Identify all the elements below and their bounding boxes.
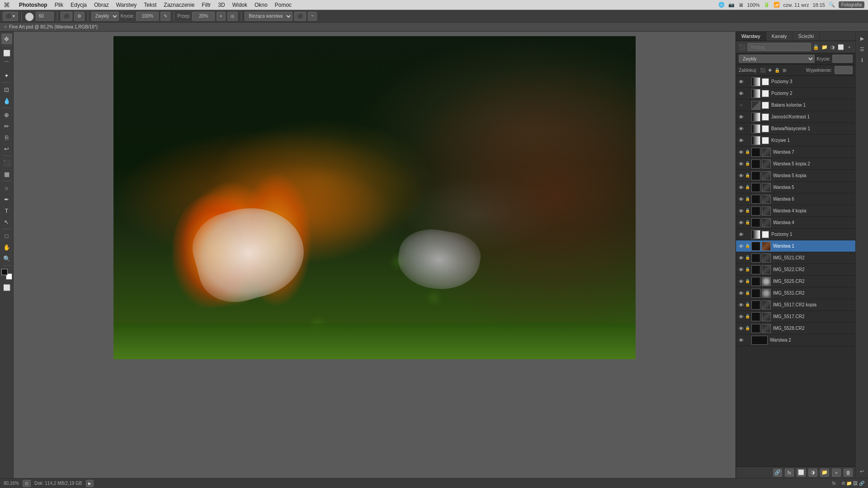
menu-tekst[interactable]: Tekst	[140, 1, 160, 9]
color-swatches[interactable]	[1, 269, 12, 280]
tool-dodge[interactable]: ○	[1, 183, 12, 193]
layer-list[interactable]: 👁 Poziomy 3 👁 Poziomy 2 👁	[736, 76, 855, 466]
layer-row-img5521[interactable]: 👁 🔒 IMG_5521.CR2	[736, 252, 855, 264]
tool-crop[interactable]: ⊡	[1, 84, 12, 95]
delete-layer-btn[interactable]: 🗑	[844, 469, 853, 477]
layer-row-krzywe[interactable]: 👁 Krzywe 1	[736, 135, 855, 146]
smooth-btn[interactable]: ~	[308, 12, 317, 21]
layer-vis-23[interactable]: 👁	[738, 337, 744, 343]
tool-move[interactable]: ✥	[1, 33, 12, 44]
layer-vis-13[interactable]: 👁	[738, 220, 744, 226]
menu-filtr[interactable]: Filtr	[198, 1, 214, 9]
layer-vis-1[interactable]: 👁	[738, 79, 744, 85]
lock-pixels-icon[interactable]: ⬛	[760, 68, 765, 73]
lock-all-icon[interactable]: 🔒	[774, 68, 780, 73]
tool-lasso[interactable]: ⌒	[1, 59, 12, 70]
airbrush-btn[interactable]: ◎	[227, 12, 238, 21]
przep-btn[interactable]: ⌖	[217, 12, 226, 21]
layer-row-balans[interactable]: 👁 Balans kolorów 1	[736, 99, 855, 111]
layer-vis-8[interactable]: 👁	[738, 161, 744, 167]
layer-vis-14[interactable]: 👁	[738, 231, 744, 238]
fill-value-input[interactable]: 100%	[835, 66, 853, 74]
tool-eraser[interactable]: ⬛	[1, 157, 12, 168]
layer-row-warstwa7[interactable]: 👁 🔒 Warstwa 7	[736, 146, 855, 158]
tool-pen[interactable]: ✒	[1, 194, 12, 205]
layer-vis-20[interactable]: 👁	[738, 302, 744, 308]
layer-row-poziomy3[interactable]: 👁 Poziomy 3	[736, 76, 855, 88]
layer-row-img5528[interactable]: 👁 🔒 IMG_5528.CR2	[736, 323, 855, 334]
new-group-layer-btn[interactable]: 📁	[820, 469, 829, 477]
layer-row-img5517kopia[interactable]: 👁 🔒 IMG_5517.CR2 kopia	[736, 299, 855, 311]
mode-select[interactable]: Zwykły	[91, 12, 119, 21]
new-layer-btn[interactable]: +	[832, 469, 841, 477]
brush-preset-btn[interactable]: ⬛	[61, 12, 72, 21]
layer-row-warstwa4[interactable]: 👁 🔒 Warstwa 4	[736, 217, 855, 229]
layer-vis-21[interactable]: 👁	[738, 314, 744, 320]
layer-row-poziomy1[interactable]: 👁 Poziomy 1	[736, 229, 855, 240]
menu-warstwy[interactable]: Warstwy	[113, 1, 141, 9]
menu-3d[interactable]: 3D	[214, 1, 228, 9]
menu-okno[interactable]: Okno	[251, 1, 271, 9]
tool-hand[interactable]: ✋	[1, 242, 12, 253]
link-btn[interactable]: 🔗	[773, 469, 782, 477]
layer-row-warstwa5[interactable]: 👁 🔒 Warstwa 5	[736, 182, 855, 193]
layer-vis-3[interactable]: 👁	[738, 102, 744, 108]
przep-input[interactable]: 20%	[192, 12, 215, 21]
layer-vis-10[interactable]: 👁	[738, 184, 744, 191]
search-layers-input[interactable]	[747, 43, 811, 51]
layer-vis-6[interactable]: 👁	[738, 137, 744, 144]
tool-zoom[interactable]: 🔍	[1, 253, 12, 264]
new-adjustment-layer-btn[interactable]: ◑	[808, 469, 817, 477]
layer-row-img5522[interactable]: 👁 🔒 IMG_5522.CR2	[736, 264, 855, 276]
tool-wand[interactable]: ✦	[1, 70, 12, 81]
layer-vis-18[interactable]: 👁	[738, 278, 744, 285]
photo-mode-label[interactable]: Fotografia	[839, 1, 864, 8]
layer-vis-4[interactable]: 👁	[738, 114, 744, 120]
tab-warstwy[interactable]: Warstwy	[736, 32, 766, 41]
tab-sciezki[interactable]: Ścieżki	[793, 32, 820, 41]
history-btn[interactable]: ↩	[857, 466, 867, 476]
layer-row-img5525[interactable]: 👁 🔒 IMG_5525.CR2	[736, 276, 855, 287]
biezaca-select[interactable]: Bieżąca warstwa	[245, 12, 292, 21]
layer-row-img5517[interactable]: 👁 🔒 IMG_5517.CR2	[736, 311, 855, 323]
new-group-btn[interactable]: 📁	[821, 43, 827, 51]
layer-row-poziomy2[interactable]: 👁 Poziomy 2	[736, 88, 855, 99]
brush-size-input[interactable]	[36, 12, 54, 21]
krycie-pressure-btn[interactable]: ✎	[160, 12, 170, 21]
layer-row-warstwa5kopia[interactable]: 👁 🔒 Warstwa 5 kopia	[736, 170, 855, 182]
krycie-input[interactable]: 100%	[136, 12, 159, 21]
menu-obraz[interactable]: Obraz	[90, 1, 113, 9]
layer-vis-17[interactable]: 👁	[738, 267, 744, 273]
tool-options-btn[interactable]: ⬛ ▾	[3, 12, 18, 21]
doc-close-btn[interactable]: ✕	[4, 24, 7, 29]
menu-pomoc[interactable]: Pomoc	[271, 1, 295, 9]
tab-kanaly[interactable]: Kanały	[766, 32, 793, 41]
new-fill-btn[interactable]: +	[846, 43, 853, 51]
layer-vis-16[interactable]: 👁	[738, 255, 744, 261]
layer-row-warstwa2[interactable]: 👁 Warstwa 2	[736, 334, 855, 346]
menu-plik[interactable]: Plik	[51, 1, 67, 9]
layer-vis-15[interactable]: 👁	[738, 243, 744, 249]
layer-row-warstwa4kopia[interactable]: 👁 🔒 Warstwa 4 kopia	[736, 205, 855, 217]
layer-vis-5[interactable]: 👁	[738, 126, 744, 132]
sample-btn[interactable]: ⬛	[294, 12, 306, 21]
collapse-panel-btn[interactable]: ▶	[857, 33, 867, 43]
canvas-area[interactable]	[14, 32, 736, 478]
layer-vis-12[interactable]: 👁	[738, 208, 744, 214]
menu-photoshop[interactable]: Photoshop	[15, 1, 51, 9]
layer-vis-22[interactable]: 👁	[738, 325, 744, 332]
search-icon[interactable]: 🔍	[829, 2, 835, 8]
menu-zaznaczenie[interactable]: Zaznaczenie	[160, 1, 198, 9]
tool-shape[interactable]: □	[1, 230, 12, 241]
layer-vis-2[interactable]: 👁	[738, 90, 744, 97]
tool-stamp[interactable]: ⎘	[1, 132, 12, 143]
lock-artboard-icon[interactable]: ⊞	[783, 68, 786, 73]
tool-path-select[interactable]: ↖	[1, 216, 12, 227]
quick-mask-icon[interactable]: ⬜	[1, 282, 12, 293]
fx-btn[interactable]: fx	[785, 469, 794, 477]
layer-row-jasnosc[interactable]: 👁 Jasność/Kontrast 1	[736, 111, 855, 123]
panel-menu-btn[interactable]: ☰	[857, 44, 867, 54]
play-action-btn[interactable]: ▶	[86, 480, 94, 487]
lock-position-icon[interactable]: ✚	[768, 68, 772, 73]
tool-brush[interactable]: ✏	[1, 121, 12, 131]
